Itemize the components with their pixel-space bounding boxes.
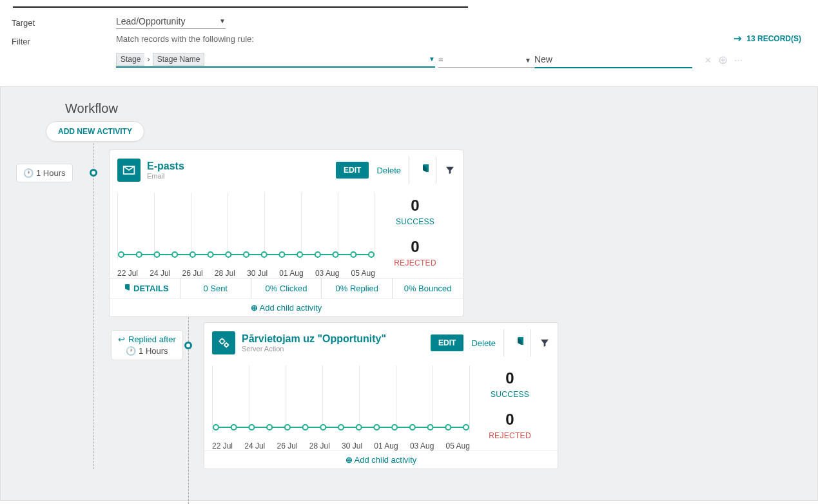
records-link[interactable]: 13 RECORD(S)	[734, 34, 801, 43]
svg-point-24	[338, 425, 344, 430]
target-select[interactable]	[116, 14, 226, 29]
activity-title: E-pasts	[147, 160, 329, 172]
svg-point-6	[226, 252, 231, 257]
svg-point-13	[351, 252, 356, 257]
success-label: SUCCESS	[396, 217, 434, 226]
activity-card-email: E-pasts Email EDIT Delete	[109, 150, 463, 317]
activity-subtitle: Server Action	[242, 345, 424, 353]
filter-icon[interactable]	[531, 329, 558, 356]
workflow-heading: Workflow	[65, 101, 817, 116]
rejected-label: REJECTED	[489, 431, 531, 440]
timeline-dot	[90, 169, 97, 177]
svg-point-1	[137, 252, 142, 257]
bounced-stat[interactable]: 0% Bounced	[393, 278, 463, 298]
activity-chart: 22 Jul24 Jul26 Jul28 Jul30 Jul01 Aug03 A…	[117, 193, 375, 278]
svg-point-10	[297, 252, 302, 257]
rule-field-select[interactable]: Stage › Stage Name ▼	[116, 53, 435, 68]
edit-button[interactable]: EDIT	[336, 162, 369, 179]
delete-link[interactable]: Delete	[463, 338, 503, 348]
filter-label: Filter	[12, 34, 116, 46]
add-rule-icon[interactable]: ⊕	[718, 53, 728, 67]
edit-button[interactable]: EDIT	[431, 334, 463, 351]
caret-down-icon: ▼	[429, 55, 435, 63]
svg-point-26	[374, 425, 379, 430]
clock-icon: 🕐	[126, 346, 136, 356]
svg-point-20	[267, 425, 272, 430]
svg-point-8	[262, 252, 267, 257]
rejected-label: REJECTED	[394, 258, 436, 267]
filter-description: Match records with the following rule:	[116, 34, 734, 44]
svg-point-15	[220, 339, 224, 344]
svg-point-28	[410, 425, 415, 430]
rule-value-input[interactable]	[534, 52, 692, 68]
success-value: 0	[505, 369, 514, 387]
svg-point-27	[392, 425, 397, 430]
svg-point-7	[244, 252, 249, 257]
success-label: SUCCESS	[491, 390, 529, 399]
svg-point-17	[213, 425, 219, 430]
add-child-button[interactable]: ⊕ Add child activity	[204, 451, 558, 469]
svg-point-0	[119, 252, 124, 257]
sent-stat[interactable]: 0 Sent	[180, 278, 251, 298]
svg-point-11	[315, 252, 320, 257]
clock-icon: 🕐	[23, 168, 34, 178]
rule-tag-stage: Stage	[116, 53, 144, 66]
rule-tag-stagename: Stage Name	[153, 53, 205, 66]
success-value: 0	[411, 197, 419, 215]
more-icon[interactable]: ⋯	[734, 55, 743, 65]
add-child-button[interactable]: ⊕ Add child activity	[110, 298, 463, 316]
activity-chart: 22 Jul24 Jul26 Jul28 Jul30 Jul01 Aug03 A…	[212, 365, 470, 451]
plus-icon: ⊕	[346, 455, 353, 465]
timeline-dot	[184, 342, 192, 349]
email-icon	[117, 159, 141, 182]
gears-icon	[212, 331, 235, 354]
svg-point-21	[285, 425, 290, 430]
svg-point-5	[208, 252, 213, 257]
svg-point-9	[279, 252, 284, 257]
svg-point-4	[190, 252, 195, 257]
remove-rule-icon[interactable]: ✕	[705, 55, 712, 65]
svg-point-19	[249, 425, 254, 430]
details-button[interactable]: DETAILS	[110, 278, 180, 298]
add-activity-button[interactable]: ADD NEW ACTIVITY	[46, 121, 144, 142]
svg-point-25	[356, 425, 362, 430]
filter-icon[interactable]	[436, 157, 463, 184]
delete-link[interactable]: Delete	[369, 166, 409, 175]
plus-icon: ⊕	[251, 303, 258, 313]
rule-operator-select[interactable]	[438, 52, 535, 68]
condition-chip[interactable]: ↩ Replied after 🕐 1 Hours	[111, 330, 183, 360]
pie-chart-icon[interactable]	[503, 329, 531, 356]
replied-stat[interactable]: 0% Replied	[322, 278, 393, 298]
svg-point-2	[154, 252, 159, 257]
pie-chart-icon[interactable]	[409, 157, 436, 184]
reply-icon: ↩	[118, 334, 125, 344]
svg-point-31	[463, 425, 469, 430]
rejected-value: 0	[411, 238, 419, 256]
svg-point-22	[303, 425, 308, 430]
target-label: Target	[12, 15, 116, 28]
arrow-right-icon	[734, 34, 743, 43]
rejected-value: 0	[505, 411, 514, 429]
activity-subtitle: Email	[147, 172, 329, 180]
time-chip[interactable]: 🕐 1 Hours	[16, 164, 73, 182]
pie-chart-icon	[121, 284, 130, 293]
svg-point-30	[445, 425, 451, 430]
svg-point-29	[428, 425, 433, 430]
svg-point-18	[231, 425, 237, 430]
svg-point-23	[320, 425, 326, 430]
activity-title: Pārvietojam uz "Opportunity"	[242, 333, 424, 345]
svg-point-16	[225, 344, 228, 347]
chevron-right-icon: ›	[147, 54, 150, 64]
clicked-stat[interactable]: 0% Clicked	[251, 278, 322, 298]
svg-point-3	[172, 252, 177, 257]
svg-point-12	[333, 252, 338, 257]
svg-point-14	[369, 252, 374, 257]
activity-card-server-action: Pārvietojam uz "Opportunity" Server Acti…	[204, 322, 558, 469]
